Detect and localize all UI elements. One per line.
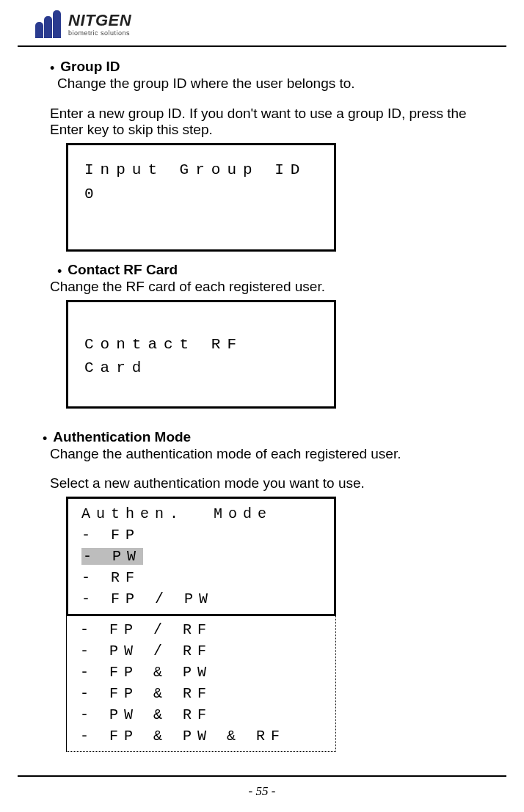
text-rf-desc: Change the RF card of each registered us… — [50, 279, 489, 296]
section-group-id: • Group ID — [50, 59, 489, 76]
text-group-instruction: Enter a new group ID. If you don't want … — [50, 106, 489, 139]
lcd-title-line: Authen. Mode — [81, 503, 334, 524]
auth-option-label: - PW / RF — [80, 643, 212, 659]
section-contact-rf: • Contact RF Card — [57, 262, 489, 279]
bullet-icon: • — [50, 60, 54, 77]
auth-option: - FP & PW & RF — [80, 725, 335, 747]
heading-auth-mode: Authentication Mode — [53, 429, 191, 446]
auth-option-label: - FP & PW — [80, 664, 212, 681]
lcd-display-group: Input Group ID 0 — [66, 143, 336, 252]
heading-contact-rf: Contact RF Card — [68, 262, 178, 279]
auth-option-label: - FP & PW & RF — [80, 728, 285, 745]
text-group-desc: Change the group ID where the user belon… — [57, 76, 489, 92]
footer-divider — [18, 775, 506, 777]
heading-group-id: Group ID — [60, 59, 120, 76]
auth-option-label: - FP & RF — [80, 685, 212, 702]
brand-subtitle: biometric solutions — [68, 30, 131, 37]
bullet-icon: • — [57, 263, 62, 280]
lcd-line: Contact RF Card — [84, 333, 321, 381]
lcd-line: Input Group ID — [84, 158, 321, 183]
auth-option-label: - FP / RF — [80, 621, 212, 638]
auth-option: - FP / PW — [81, 588, 334, 610]
section-auth-mode: • Authentication Mode — [43, 429, 489, 446]
logo-mark — [35, 10, 61, 38]
auth-option: - PW / RF — [80, 640, 335, 662]
auth-option: - FP — [81, 524, 334, 546]
auth-option-label: - FP — [81, 527, 140, 544]
auth-option-label: - PW & RF — [80, 706, 212, 723]
auth-option-selected: - PW — [81, 546, 334, 567]
lcd-display-rf: Contact RF Card — [66, 300, 336, 409]
logo-bar-icon — [35, 22, 43, 38]
auth-option: - FP / RF — [80, 619, 335, 640]
logo-bar-icon — [44, 16, 52, 38]
page-content: • Group ID Change the group ID where the… — [0, 47, 524, 752]
auth-option: - RF — [81, 567, 334, 588]
brand-name: NITGEN — [68, 12, 131, 29]
auth-option: - FP & RF — [80, 683, 335, 704]
lcd-display-auth-primary: Authen. Mode - FP - PW - RF - FP / PW — [66, 497, 336, 616]
lcd-display-auth-secondary: - FP / RF - PW / RF - FP & PW - FP & RF … — [66, 616, 336, 752]
auth-option: - FP & PW — [80, 662, 335, 683]
auth-option-label: - FP / PW — [81, 590, 214, 607]
auth-option-label: - RF — [81, 569, 140, 586]
page-number: - 55 - — [0, 784, 524, 799]
logo-bar-icon — [53, 10, 61, 38]
bullet-icon: • — [43, 431, 47, 447]
text-auth-desc: Change the authentication mode of each r… — [50, 446, 489, 463]
page-header: NITGEN biometric solutions — [0, 0, 524, 43]
auth-option: - PW & RF — [80, 704, 335, 725]
auth-option-label: - PW — [81, 548, 143, 565]
lcd-line: 0 — [84, 183, 321, 207]
text-auth-instruction: Select a new authentication mode you wan… — [50, 475, 489, 492]
brand-block: NITGEN biometric solutions — [68, 12, 131, 37]
